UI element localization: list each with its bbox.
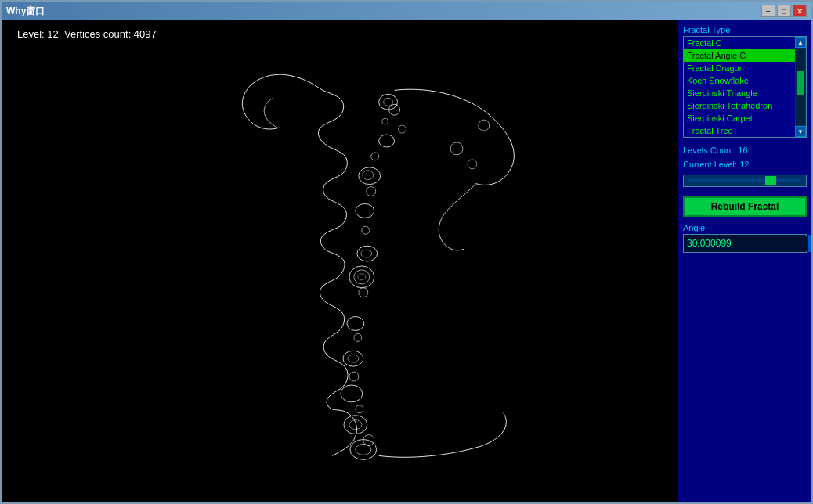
svg-point-6 [357, 246, 378, 261]
svg-point-4 [363, 171, 374, 180]
svg-point-16 [349, 420, 362, 430]
scroll-track [796, 49, 805, 125]
svg-point-22 [359, 288, 368, 297]
angle-input-container: ▲ ▼ [683, 234, 807, 253]
svg-point-23 [354, 333, 362, 341]
svg-point-11 [347, 317, 364, 331]
angle-increment-button[interactable]: ▲ [808, 235, 811, 243]
svg-point-12 [343, 351, 363, 366]
window-title: Why窗口 [6, 5, 45, 18]
maximize-button[interactable]: □ [777, 5, 791, 17]
angle-decrement-button[interactable]: ▼ [808, 243, 811, 252]
level-slider-thumb[interactable] [765, 176, 776, 185]
fractal-list-item[interactable]: Sierpinski Tetrahedron [684, 99, 806, 112]
svg-point-3 [359, 167, 381, 185]
fractal-list-item[interactable]: Fractal Angle C [684, 49, 806, 62]
fractal-visualization [2, 20, 678, 502]
svg-point-17 [350, 440, 377, 460]
svg-point-9 [354, 270, 370, 284]
right-panel: Fractal Type Fractal CFractal Angle CFra… [678, 20, 811, 502]
main-window: Why窗口 − □ ✕ Level: 12, Vertices count: 4… [0, 0, 813, 504]
fractal-type-list: Fractal CFractal Angle CFractal DragonKo… [684, 37, 806, 137]
level-slider-track [688, 179, 801, 182]
scroll-down-arrow[interactable]: ▼ [795, 126, 806, 137]
scroll-thumb[interactable] [797, 71, 804, 95]
fractal-type-label: Fractal Type [683, 25, 807, 34]
level-slider-container[interactable] [683, 175, 807, 187]
fractal-list-container: Fractal CFractal Angle CFractal DragonKo… [683, 36, 807, 138]
fractal-list-item[interactable]: Koch Snowflake [684, 74, 806, 87]
svg-point-7 [361, 250, 372, 257]
svg-point-31 [468, 160, 477, 169]
svg-point-8 [349, 266, 374, 288]
svg-point-0 [379, 94, 398, 110]
svg-point-32 [479, 120, 490, 131]
angle-label: Angle [683, 223, 807, 232]
svg-point-21 [362, 226, 370, 234]
angle-spinners: ▲ ▼ [808, 235, 811, 252]
window-controls: − □ ✕ [761, 5, 807, 17]
levels-count-label: Levels Count: 16 [683, 144, 807, 158]
fractal-list-item[interactable]: Sierpinski Triangle [684, 87, 806, 99]
fractal-list-item[interactable]: Fractal Tree [684, 124, 806, 137]
titlebar: Why窗口 − □ ✕ [2, 2, 811, 20]
fractal-type-section: Fractal Type Fractal CFractal Angle CFra… [683, 25, 807, 138]
svg-point-20 [367, 187, 376, 196]
minimize-button[interactable]: − [761, 5, 775, 17]
svg-point-25 [356, 405, 363, 413]
close-button[interactable]: ✕ [793, 5, 807, 17]
angle-section: Angle ▲ ▼ [683, 223, 807, 253]
content-area: Level: 12, Vertices count: 4097 [2, 20, 811, 502]
svg-point-24 [349, 372, 359, 381]
svg-point-15 [344, 416, 367, 434]
svg-point-5 [356, 203, 374, 218]
fractal-list-item[interactable]: Sierpinski Carpet [684, 112, 806, 124]
svg-point-2 [379, 135, 395, 147]
scroll-up-arrow[interactable]: ▲ [795, 37, 806, 48]
svg-point-1 [384, 98, 393, 106]
fractal-canvas: Level: 12, Vertices count: 4097 [2, 20, 678, 502]
rebuild-fractal-button[interactable]: Rebuild Fractal [683, 196, 807, 217]
svg-point-10 [358, 274, 366, 280]
svg-point-27 [382, 118, 388, 124]
list-scrollbar: ▲ ▼ [795, 37, 806, 137]
svg-point-30 [450, 142, 463, 155]
current-level-label: Current Level: 12 [683, 158, 807, 172]
fractal-list-item[interactable]: Fractal C [684, 37, 806, 49]
svg-point-29 [399, 125, 406, 133]
angle-input[interactable] [684, 236, 808, 251]
level-section: Levels Count: 16 Current Level: 12 [683, 144, 807, 187]
svg-point-13 [348, 355, 359, 362]
svg-point-19 [371, 153, 379, 160]
fractal-list-item[interactable]: Fractal Dragon [684, 62, 806, 74]
svg-point-14 [341, 385, 363, 402]
